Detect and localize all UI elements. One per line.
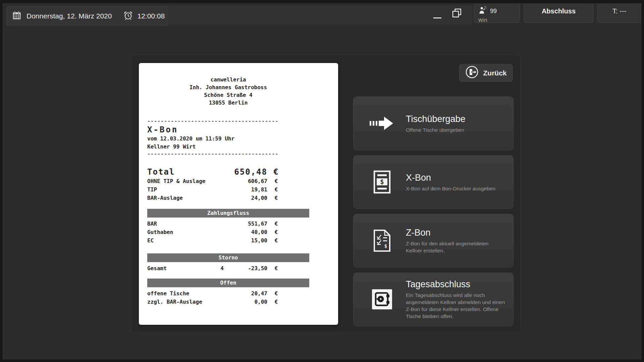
action-title: Z-Bon <box>406 227 505 238</box>
receipt-summary-row: OHNE TIP & Auslage 606,67 € <box>147 177 309 185</box>
svg-text:$: $ <box>380 178 384 185</box>
action-title: Tagesabschluss <box>406 279 505 290</box>
action-title: X-Bon <box>406 172 495 183</box>
receipt-preview: canwelleria Inh. Johannes Gastroboss Sch… <box>139 63 338 325</box>
tab-waiter[interactable]: 99 Wirt <box>474 3 520 23</box>
datetime-panel: Donnerstag, 12. März 2020 12:00:08 <box>6 6 169 26</box>
receipt-owner: Inh. Johannes Gastroboss <box>147 83 309 91</box>
minimize-button[interactable] <box>429 7 445 21</box>
receipt-payment-row: BAR 551,67 € <box>147 220 309 228</box>
receipt-street: Schöne Straße 4 <box>147 91 309 99</box>
receipt-title: X-Bon <box>147 125 309 135</box>
back-button[interactable]: Zurück <box>459 64 513 82</box>
current-time: 12:00:08 <box>137 12 165 20</box>
receipt-payment-row: EC 15,00 € <box>147 236 309 245</box>
minimize-icon <box>433 17 441 18</box>
exit-door-icon <box>465 65 479 80</box>
checklist-document-icon: $ <box>368 229 396 252</box>
back-button-label: Zurück <box>483 69 506 77</box>
alarm-clock-icon <box>123 10 133 22</box>
receipt-storno-row: Gesamt 4 -23,50 € <box>147 264 309 273</box>
receipt-waiter-line: Kellner 99 Wirt <box>147 143 309 151</box>
receipt-date-line: vom 12.03.2020 um 11:59 Uhr <box>147 135 309 143</box>
receipt-section-header: Zahlungsfluss <box>147 209 309 218</box>
receipt-divider: --------------------------------------- <box>147 151 309 157</box>
receipt-summary-row: TIP 19,81 € <box>147 185 309 194</box>
receipt-store-name: canwelleria <box>147 76 309 83</box>
zbon-button[interactable]: $ Z-Bon Z-Bon für den aktuell angemeldet… <box>353 214 514 267</box>
abschluss-panel: canwelleria Inh. Johannes Gastroboss Sch… <box>131 55 521 333</box>
receipt-section-header: Offen <box>147 279 309 287</box>
receipt-payment-row: Guthaben 40,00 € <box>147 228 309 236</box>
tab-abschluss[interactable]: Abschluss <box>524 3 593 23</box>
action-subtitle: Offene Tische übergeben <box>406 126 466 133</box>
receipt-section-header: Storno <box>147 253 309 262</box>
tab-abschluss-label: Abschluss <box>542 7 576 15</box>
receipt-divider: --------------------------------------- <box>147 118 309 124</box>
action-subtitle: Z-Bon für den aktuell angemeldeten Kelln… <box>406 240 505 254</box>
receipt-summary-row: BAR-Auslage 24,00 € <box>147 194 309 202</box>
tab-table[interactable]: T: --- <box>597 3 641 23</box>
waiter-role: Wirt <box>478 17 516 23</box>
xbon-button[interactable]: $ X-Bon X-Bon auf dem Bon-Drucker ausgeb… <box>353 155 514 209</box>
waiter-number: 99 <box>490 8 497 15</box>
transfer-arrow-icon <box>368 115 396 131</box>
tab-table-label: T: --- <box>612 7 626 15</box>
restore-window-button[interactable] <box>448 6 466 21</box>
restore-window-icon <box>451 7 463 20</box>
svg-text:$: $ <box>384 243 387 249</box>
action-subtitle: Ein Tagesabschluss wird alle noch angeme… <box>406 292 505 320</box>
action-subtitle: X-Bon auf dem Bon-Drucker ausgeben <box>406 185 495 192</box>
receipt-total-row: Total 650,48 € <box>147 167 309 177</box>
tischuebergabe-button[interactable]: Tischübergabe Offene Tische übergeben <box>353 97 514 150</box>
tagesabschluss-button[interactable]: Tagesabschluss Ein Tagesabschluss wird a… <box>353 273 514 326</box>
receipt-open-row: zzgl. BAR-Auslage 0,00 € <box>147 298 309 306</box>
action-title: Tischübergabe <box>406 114 466 124</box>
receipt-dollar-icon: $ <box>368 170 396 194</box>
current-date: Donnerstag, 12. März 2020 <box>26 12 112 20</box>
receipt-city: 13055 Berlin <box>147 99 309 107</box>
receipt-open-row: offene Tische 20,47 € <box>147 289 309 298</box>
calendar-icon <box>12 10 22 22</box>
safe-icon <box>368 289 396 310</box>
waiter-icon <box>478 6 487 16</box>
